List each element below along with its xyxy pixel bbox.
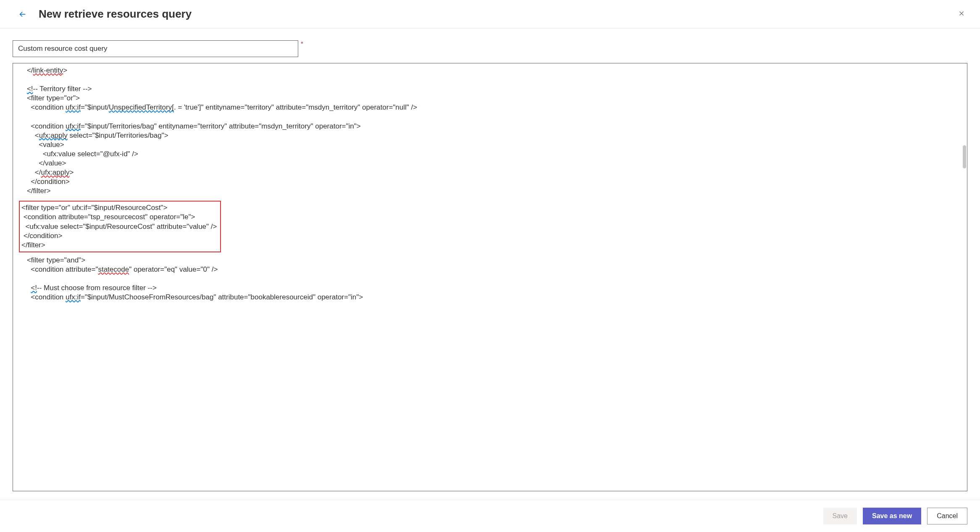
xml-editor-container: </link-entity> <!-- Territory filter -->… [13, 63, 967, 491]
query-name-input[interactable] [13, 40, 298, 57]
back-arrow-icon[interactable] [17, 8, 29, 20]
highlighted-filter-block: <filter type="or" ufx:if="$input/Resourc… [19, 201, 221, 252]
scrollbar-thumb[interactable] [963, 145, 966, 168]
save-button: Save [823, 508, 857, 524]
dialog-body: * </link-entity> <!-- Territory filter -… [0, 29, 980, 500]
page-title: New retrieve resources query [39, 8, 192, 21]
xml-editor[interactable]: </link-entity> <!-- Territory filter -->… [13, 63, 967, 491]
close-icon[interactable] [956, 8, 967, 19]
query-name-row: * [13, 40, 967, 57]
dialog-footer: Save Save as new Cancel [0, 500, 980, 532]
cancel-button[interactable]: Cancel [927, 508, 967, 524]
required-indicator: * [301, 40, 303, 46]
dialog-header: New retrieve resources query [0, 0, 980, 29]
save-as-new-button[interactable]: Save as new [863, 508, 921, 524]
